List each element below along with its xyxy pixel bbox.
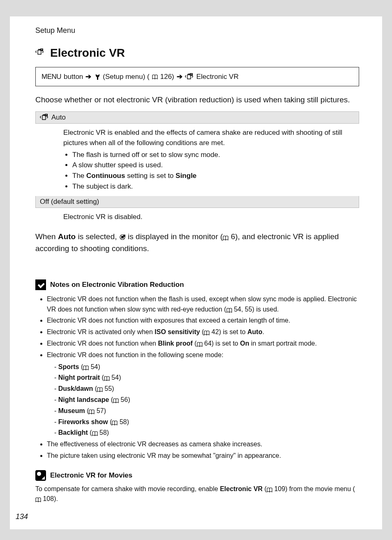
menu-path-box: MENU button ➔ (Setup menu) ( 126) ➔ Elec… xyxy=(35,67,359,86)
vr-icon xyxy=(40,114,49,121)
option-header-off: Off (default setting) xyxy=(35,196,359,208)
list-item: The flash is turned off or set to slow s… xyxy=(72,150,355,160)
movies-heading: Electronic VR for Movies xyxy=(35,470,359,481)
list-item: Backlight ( 58) xyxy=(54,428,359,438)
list-item: Electronic VR does not function when Bli… xyxy=(47,339,359,349)
intro-paragraph: Choose whether or not electronic VR (vib… xyxy=(35,94,359,106)
option-header-auto: Auto xyxy=(35,111,359,124)
notes-heading: Notes on Electronic Vibration Reduction xyxy=(35,279,359,290)
vr-icon xyxy=(185,73,194,81)
wrench-icon xyxy=(94,74,100,80)
list-item: Electronic VR does not function when the… xyxy=(47,294,359,315)
list-item: Electronic VR is activated only when ISO… xyxy=(47,327,359,337)
book-icon xyxy=(197,342,203,347)
option-label: Auto xyxy=(51,113,66,122)
list-item: The Continuous setting is set to Single xyxy=(72,171,355,181)
list-item: Night landscape ( 56) xyxy=(54,395,359,405)
page-number: 134 xyxy=(16,512,28,521)
arrow-icon: ➔ xyxy=(177,72,182,81)
vr-icon xyxy=(35,48,47,58)
notes-list: Electronic VR does not function when the… xyxy=(35,294,359,461)
page-heading: Electronic VR xyxy=(35,46,359,60)
arrow-icon: ➔ xyxy=(85,72,91,81)
option-body-off: Electronic VR is disabled. xyxy=(35,208,359,226)
option-label: Off (default setting) xyxy=(40,198,99,206)
option-lead: Electronic VR is enabled and the effects… xyxy=(63,129,342,147)
list-item: Museum ( 57) xyxy=(54,406,359,416)
page-title: Electronic VR xyxy=(50,46,125,60)
check-icon xyxy=(35,279,46,290)
tip-icon xyxy=(35,470,46,481)
nav-ref: 126) xyxy=(160,73,174,81)
book-icon xyxy=(112,420,118,425)
list-item: The picture taken using electronic VR ma… xyxy=(47,451,359,461)
scene-list: Sports ( 54) Night portrait ( 54) Dusk/d… xyxy=(47,362,359,438)
list-item: Electronic VR does not function in the f… xyxy=(47,350,359,438)
menu-button-label: MENU xyxy=(42,73,61,81)
book-icon xyxy=(223,235,228,240)
list-item: Dusk/dawn ( 55) xyxy=(54,384,359,394)
list-item: Night portrait ( 54) xyxy=(54,373,359,383)
conditions-list: The flash is turned off or set to slow s… xyxy=(63,150,355,192)
section-header: Setup Menu xyxy=(35,26,359,35)
list-item: Fireworks show ( 58) xyxy=(54,417,359,427)
book-icon xyxy=(104,376,110,381)
book-icon xyxy=(89,409,95,414)
book-icon xyxy=(152,74,158,79)
book-icon xyxy=(113,398,119,403)
follow-paragraph: When Auto is selected, is displayed in t… xyxy=(35,231,359,255)
list-item: A slow shutter speed is used. xyxy=(72,160,355,171)
book-icon xyxy=(226,308,232,313)
movies-body: To compensate for camera shake with movi… xyxy=(35,484,359,504)
nav-text: button xyxy=(64,73,83,81)
book-icon xyxy=(35,497,41,502)
option-body-auto: Electronic VR is enabled and the effects… xyxy=(35,124,359,196)
manual-page: Basic Camera Setup Setup Menu Electronic… xyxy=(10,16,382,529)
movies-title: Electronic VR for Movies xyxy=(50,471,132,480)
book-icon xyxy=(83,365,89,370)
nav-target: Electronic VR xyxy=(196,73,239,81)
book-icon xyxy=(97,387,103,392)
list-item: The subject is dark. xyxy=(72,182,355,192)
list-item: Sports ( 54) xyxy=(54,362,359,372)
notes-title: Notes on Electronic Vibration Reduction xyxy=(50,281,184,289)
book-icon xyxy=(267,487,272,492)
book-icon xyxy=(204,330,210,335)
book-icon xyxy=(92,431,98,436)
vr-small-icon xyxy=(119,234,126,240)
nav-text: (Setup menu) ( xyxy=(103,73,149,81)
list-item: Electronic VR does not function with exp… xyxy=(47,316,359,326)
list-item: The effectiveness of electronic VR decre… xyxy=(47,439,359,450)
